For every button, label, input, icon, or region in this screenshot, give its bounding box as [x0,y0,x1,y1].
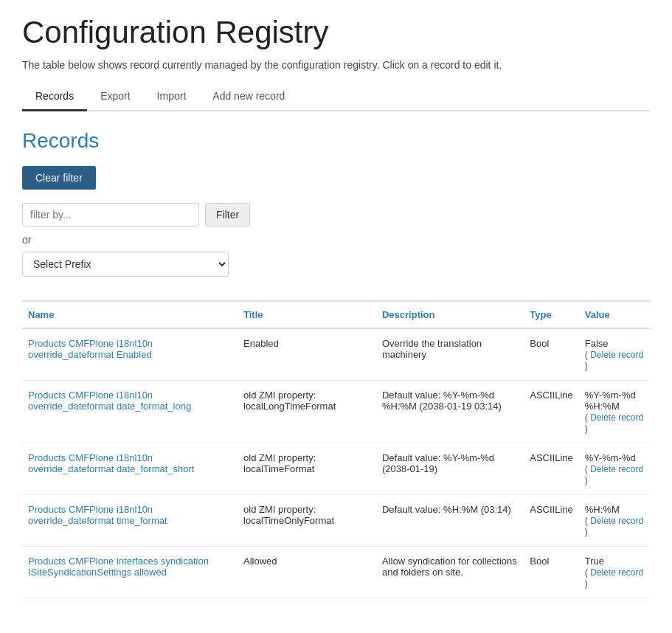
delete-record-link[interactable]: Delete record [590,350,643,360]
table-row: Products CMFPlone i18nl10n override_date… [22,495,650,547]
cell-name: Products CMFPlone interfaces syndication… [22,547,238,598]
page-subtitle: The table below shows record currently m… [22,59,650,71]
delete-record-link[interactable]: Delete record [590,516,643,526]
cell-value: %Y-%m-%d %H:%M( Delete record ) [579,381,650,443]
delete-record-link[interactable]: Delete record [590,567,643,578]
cell-value: %Y-%m-%d( Delete record ) [579,443,650,495]
cell-value: %H:%M( Delete record ) [579,495,650,547]
record-name-link[interactable]: Products CMFPlone i18nl10n override_date… [28,390,191,412]
page-title: Configuration Registry [22,15,650,50]
cell-value: True( Delete record ) [579,547,650,598]
cell-title: old ZMI property: localTimeFormat [238,443,376,495]
delete-parens-end: ) [585,578,588,589]
filter-button[interactable]: Filter [205,203,250,226]
cell-description: Allow syndication for collections and fo… [376,547,524,598]
record-value: True [585,556,644,567]
cell-description: Default value: %Y-%m-%d (2038-01-19) [376,443,524,495]
cell-description: Default value: %H:%M (03:14) [376,495,524,547]
cell-description: Default value: %Y-%m-%d %H:%M (2038-01-1… [376,381,524,443]
record-name-link[interactable]: Products CMFPlone interfaces syndication… [28,556,209,578]
table-row: Products CMFPlone i18nl10n override_date… [22,328,650,381]
col-header-value: Value [579,301,650,328]
delete-parens-end: ) [585,527,588,537]
col-header-description: Description [376,301,524,328]
col-header-type: Type [524,301,579,328]
record-name-link[interactable]: Products CMFPlone i18nl10n override_date… [28,504,167,526]
delete-parens-end: ) [585,423,588,434]
clear-filter-button[interactable]: Clear filter [22,166,96,190]
cell-type: ASCIILine [524,381,579,443]
cell-title: old ZMI property: localLongTimeFormat [238,381,376,443]
cell-name: Products CMFPlone i18nl10n override_date… [22,443,238,495]
cell-title: old ZMI property: localTimeOnlyFormat [238,495,376,547]
filter-input[interactable] [22,203,199,226]
delete-parens-end: ) [585,475,588,485]
cell-name: Products CMFPlone i18nl10n override_date… [22,495,238,547]
tab-records[interactable]: Records [22,83,87,111]
filter-row: Filter [22,203,650,226]
record-value: %Y-%m-%d [585,452,644,463]
record-value: %H:%M [585,504,644,515]
section-title: Records [22,129,650,153]
table-row: Products CMFPlone i18nl10n override_date… [22,381,650,443]
tab-export[interactable]: Export [87,83,143,111]
col-header-name: Name [22,301,238,328]
cell-type: ASCIILine [524,495,579,547]
delete-record-link[interactable]: Delete record [590,412,643,423]
table-row: Products CMFPlone interfaces syndication… [22,547,650,598]
delete-parens-end: ) [585,361,588,371]
records-table: Name Title Description Type Value Produc… [22,300,650,598]
col-header-title: Title [238,301,376,328]
cell-value: False( Delete record ) [579,328,650,381]
table-row: Products CMFPlone i18nl10n override_date… [22,443,650,495]
tabs-bar: Records Export Import Add new record [22,83,650,111]
delete-record-link[interactable]: Delete record [590,464,643,474]
cell-description: Override the translation machinery [376,328,524,381]
cell-type: Bool [524,328,579,381]
prefix-select[interactable]: Select Prefix [22,252,229,277]
record-name-link[interactable]: Products CMFPlone i18nl10n override_date… [28,452,194,474]
record-value: False [585,338,644,349]
record-name-link[interactable]: Products CMFPlone i18nl10n override_date… [28,338,153,360]
tab-import[interactable]: Import [144,83,200,111]
cell-type: ASCIILine [524,443,579,495]
or-label: or [22,234,650,246]
table-header-row: Name Title Description Type Value [22,301,650,328]
cell-title: Enabled [238,328,376,381]
cell-name: Products CMFPlone i18nl10n override_date… [22,381,238,443]
cell-title: Allowed [238,547,376,598]
record-value: %Y-%m-%d %H:%M [585,390,644,412]
tab-add-new-record[interactable]: Add new record [199,83,298,111]
cell-name: Products CMFPlone i18nl10n override_date… [22,328,238,381]
cell-type: Bool [524,547,579,598]
